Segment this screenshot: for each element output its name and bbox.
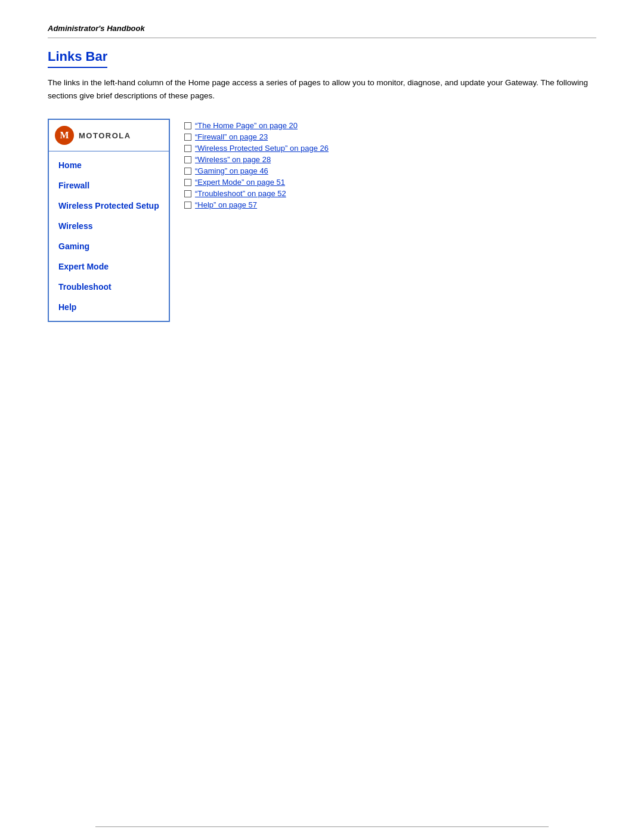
checkbox-icon — [184, 179, 191, 186]
bottom-divider — [95, 826, 549, 827]
list-item: “Help” on page 57 — [184, 200, 329, 209]
nav-item-wireless[interactable]: Wireless — [49, 216, 169, 236]
checkbox-icon — [184, 134, 191, 141]
page-links-list: “The Home Page” on page 20 “Firewall” on… — [184, 119, 329, 212]
nav-items-list: Home Firewall Wireless Protected Setup W… — [49, 151, 169, 321]
link-help[interactable]: “Help” on page 57 — [195, 200, 257, 209]
list-item: “Firewall” on page 23 — [184, 132, 329, 141]
list-item: “Expert Mode” on page 51 — [184, 178, 329, 187]
link-troubleshoot[interactable]: “Troubleshoot” on page 52 — [195, 189, 286, 198]
link-home-page[interactable]: “The Home Page” on page 20 — [195, 121, 298, 130]
checkbox-icon — [184, 156, 191, 163]
nav-item-help[interactable]: Help — [49, 297, 169, 317]
link-gaming[interactable]: “Gaming” on page 46 — [195, 166, 268, 175]
intro-paragraph: The links in the left-hand column of the… — [48, 76, 596, 102]
motorola-brand-text: MOTOROLA — [79, 131, 131, 140]
nav-item-wireless-protected-setup[interactable]: Wireless Protected Setup — [49, 196, 169, 216]
motorola-header: M MOTOROLA — [49, 120, 169, 151]
checkbox-icon — [184, 168, 191, 175]
nav-item-gaming[interactable]: Gaming — [49, 236, 169, 256]
nav-item-expert-mode[interactable]: Expert Mode — [49, 256, 169, 277]
motorola-m-letter: M — [60, 131, 69, 140]
link-wireless[interactable]: “Wireless” on page 28 — [195, 155, 271, 164]
page-title: Links Bar — [48, 49, 107, 68]
checkbox-icon — [184, 202, 191, 209]
content-area: M MOTOROLA Home Firewall Wireless Protec… — [48, 119, 596, 322]
nav-item-troubleshoot[interactable]: Troubleshoot — [49, 277, 169, 297]
list-item: “Wireless” on page 28 — [184, 155, 329, 164]
checkbox-icon — [184, 190, 191, 197]
list-item: “Wireless Protected Setup” on page 26 — [184, 144, 329, 153]
nav-panel: M MOTOROLA Home Firewall Wireless Protec… — [48, 119, 170, 322]
top-divider — [48, 38, 596, 38]
checkbox-icon — [184, 122, 191, 129]
header-italic: Administrator's Handbook — [48, 24, 596, 33]
link-expert-mode[interactable]: “Expert Mode” on page 51 — [195, 178, 285, 187]
link-wireless-protected-setup[interactable]: “Wireless Protected Setup” on page 26 — [195, 144, 329, 153]
checkbox-icon — [184, 145, 191, 152]
link-firewall[interactable]: “Firewall” on page 23 — [195, 132, 268, 141]
nav-item-home[interactable]: Home — [49, 155, 169, 175]
motorola-logo: M — [55, 126, 74, 145]
list-item: “The Home Page” on page 20 — [184, 121, 329, 130]
list-item: “Gaming” on page 46 — [184, 166, 329, 175]
list-item: “Troubleshoot” on page 52 — [184, 189, 329, 198]
nav-item-firewall[interactable]: Firewall — [49, 175, 169, 196]
